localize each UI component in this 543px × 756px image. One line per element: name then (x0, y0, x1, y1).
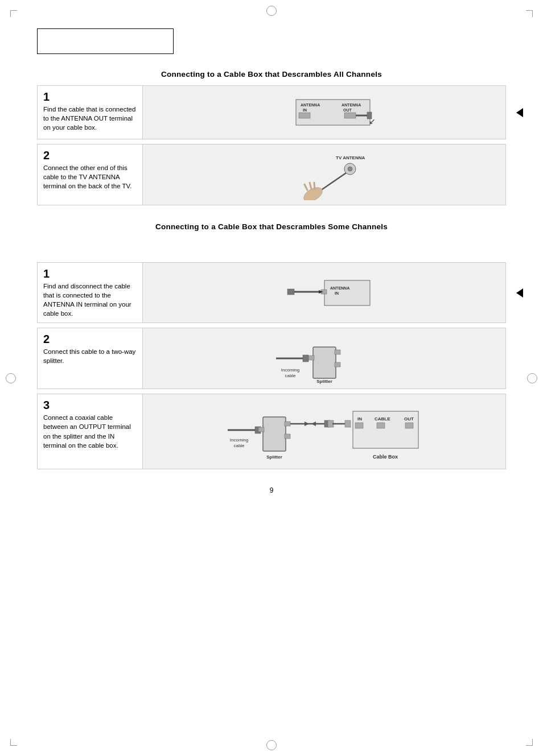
svg-text:CABLE: CABLE (375, 416, 390, 422)
svg-point-12 (348, 167, 352, 171)
section2-step3: 3 Connect a coaxial cable between an OUT… (37, 394, 506, 469)
s2-step3-desc: Connect a coaxial cable between an OUTPU… (43, 414, 131, 448)
s2-step2-number: 2 (43, 333, 137, 346)
step1-svg: ANTENNA IN ANTENNA OUT ↙ (262, 91, 387, 134)
svg-text:OUT: OUT (404, 416, 414, 422)
s2-step1-text: 1 Find and disconnect the cable that is … (38, 263, 143, 323)
svg-rect-54 (355, 423, 363, 428)
svg-rect-6 (344, 113, 356, 118)
svg-rect-30 (308, 356, 314, 360)
svg-text:Splitter: Splitter (316, 379, 332, 384)
s2-step3-diagram: Incoming cable Splitter (143, 394, 505, 469)
s2-step2-svg: Incoming cable Splitter (262, 333, 387, 384)
svg-line-15 (305, 184, 307, 190)
svg-rect-49 (345, 420, 351, 427)
bottom-registration-mark (266, 740, 277, 750)
corner-mark-br (526, 739, 533, 746)
svg-rect-31 (335, 350, 340, 354)
s2-step2-text: 2 Connect this cable to a two-way splitt… (38, 328, 143, 389)
top-registration-mark (266, 6, 277, 16)
svg-text:ANTENNA: ANTENNA (342, 103, 361, 107)
svg-text:ANTENNA: ANTENNA (330, 286, 349, 290)
corner-mark-tr (526, 10, 533, 17)
svg-text:cable: cable (285, 373, 296, 378)
svg-rect-39 (258, 427, 264, 432)
svg-text:cable: cable (233, 443, 245, 448)
s2-step2-desc: Connect this cable to a two-way splitter… (43, 348, 135, 364)
svg-rect-41 (285, 434, 290, 439)
svg-text:Incoming: Incoming (281, 367, 299, 373)
section2-step2: 2 Connect this cable to a two-way splitt… (37, 328, 506, 389)
svg-text:Splitter: Splitter (266, 455, 282, 460)
left-registration-mark (6, 373, 16, 383)
s2-step3-svg: Incoming cable Splitter (216, 399, 433, 464)
right-registration-mark (527, 373, 537, 383)
s2-step2-diagram: Incoming cable Splitter (143, 328, 505, 389)
step2-diagram: TV ANTENNA (143, 144, 505, 205)
svg-text:IN: IN (335, 291, 339, 295)
s2-step1-diagram: ANTENNA IN (143, 263, 505, 323)
s2-step1-svg: ANTENNA IN (262, 270, 387, 316)
svg-text:IN: IN (357, 416, 362, 422)
section1-step1: 1 Find the cable that is connected to th… (37, 85, 506, 139)
svg-rect-23 (287, 289, 294, 295)
step1-arrow (516, 108, 523, 117)
s2-step3-number: 3 (43, 399, 137, 412)
step1-number: 1 (43, 90, 137, 104)
corner-mark-bl (10, 739, 17, 746)
s2-step1-desc: Find and disconnect the cable that is co… (43, 283, 131, 317)
svg-text:↙: ↙ (369, 117, 376, 126)
step2-text: 2 Connect the other end of this cable to… (38, 144, 143, 205)
svg-rect-32 (335, 362, 340, 367)
step2-number: 2 (43, 149, 137, 162)
svg-rect-3 (299, 113, 310, 118)
s2-step1-number: 1 (43, 267, 137, 280)
corner-mark-tl (10, 10, 17, 17)
page-number: 9 (37, 486, 506, 494)
section1-step2: 2 Connect the other end of this cable to… (37, 144, 506, 205)
svg-text:TV ANTENNA: TV ANTENNA (336, 155, 365, 160)
svg-text:OUT: OUT (343, 108, 352, 112)
svg-rect-38 (263, 417, 286, 451)
section2-title: Connecting to a Cable Box that Descrambl… (37, 222, 506, 231)
svg-text:IN: IN (303, 108, 307, 112)
svg-marker-46 (311, 422, 316, 426)
svg-text:ANTENNA: ANTENNA (301, 103, 320, 107)
svg-text:Cable  Box: Cable Box (372, 454, 397, 460)
svg-rect-18 (324, 280, 370, 305)
svg-rect-28 (303, 355, 308, 362)
svg-text:Incoming: Incoming (229, 437, 248, 443)
svg-rect-55 (377, 423, 385, 428)
s2-step1-arrow (516, 288, 523, 298)
step1-text: 1 Find the cable that is connected to th… (38, 86, 143, 139)
svg-marker-45 (305, 422, 309, 426)
step2-svg: TV ANTENNA (262, 149, 387, 200)
section2-step1: 1 Find and disconnect the cable that is … (37, 262, 506, 323)
header-box (37, 28, 174, 54)
svg-rect-29 (313, 347, 336, 378)
svg-rect-56 (405, 423, 413, 428)
s2-step3-text: 3 Connect a coaxial cable between an OUT… (38, 394, 143, 469)
svg-line-17 (314, 183, 315, 189)
svg-rect-40 (285, 422, 290, 426)
svg-line-16 (310, 183, 311, 189)
step2-desc: Connect the other end of this cable to t… (43, 164, 131, 189)
section1-title: Connecting to a Cable Box that Descrambl… (37, 70, 506, 79)
svg-line-13 (319, 173, 346, 192)
step1-diagram: ANTENNA IN ANTENNA OUT ↙ (143, 86, 505, 139)
step1-desc: Find the cable that is connected to the … (43, 106, 135, 131)
